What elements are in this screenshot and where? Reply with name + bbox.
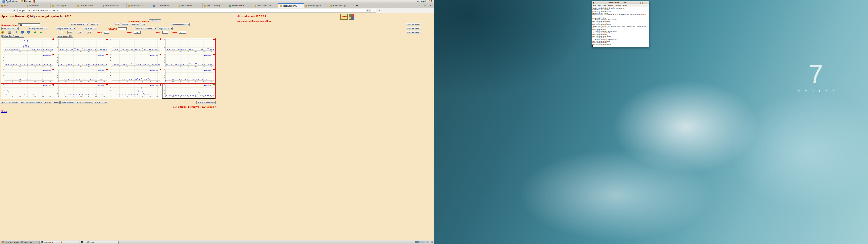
tab-discriminator-s[interactable]: Discriminator s...	[177, 3, 203, 8]
workspace-3[interactable]	[422, 241, 426, 243]
window-maximize-button[interactable]: □	[422, 3, 428, 8]
cube-icon[interactable]	[8, 31, 11, 34]
tab-waveform-capt[interactable]: Waveform capt...	[127, 3, 152, 8]
tab-fadc-align-c[interactable]: FADC Align & C...	[51, 3, 76, 8]
spectrum-cell-aida12-stat[interactable]: 5101520020406080100120aida12 Stat	[162, 68, 215, 83]
spectrum-cell-aida14-stat[interactable]: 5101520020406080100120aida14 Stat	[55, 84, 108, 98]
terminal-menu-edit[interactable]: Edit	[598, 4, 600, 6]
workspace-2[interactable]	[418, 241, 422, 243]
terminal-menu-view[interactable]: View	[602, 4, 606, 6]
update-button[interactable]: Update	[121, 23, 129, 26]
galleries-select[interactable]: Number of Galleries▾	[135, 27, 157, 30]
spectrum-name-input[interactable]	[18, 24, 40, 26]
url-bar[interactable]: localhost:8015/Spectrum/Spectrum.tml 80%…	[18, 9, 376, 13]
home-link[interactable]: Home	[1, 110, 7, 113]
show-button[interactable]: Show	[114, 23, 121, 26]
terminal-menu-help[interactable]: Help	[623, 4, 627, 6]
new-tab-button[interactable]: +	[354, 3, 360, 8]
all-button[interactable]: all	[78, 31, 82, 34]
tab-lost-activity-mo[interactable]: Lost activity mo...	[101, 3, 127, 8]
show-log-window-button[interactable]: Show Log Window	[76, 101, 93, 104]
multi-select[interactable]: multi▾	[90, 23, 99, 26]
terminal-menu-file[interactable]: File	[593, 4, 596, 6]
bookmark-star-icon[interactable]: ☆	[373, 9, 375, 12]
panel-clock[interactable]: Wed 11:15	[420, 0, 433, 3]
window-close-button[interactable]: ×	[428, 3, 433, 8]
spectrum-cell-aida10-stat[interactable]: 5101520020406080100120aida10 Stat	[55, 68, 108, 83]
window-minimize-button[interactable]: −	[417, 3, 422, 8]
what-are-these-button-1[interactable]: What are these?	[406, 23, 421, 26]
analysis-functions-select[interactable]: Analysis functions▾	[56, 27, 76, 30]
workspace-4[interactable]	[426, 241, 429, 243]
tab-spectrum-brow[interactable]: Spectrum Brow...	[278, 3, 304, 8]
overlay-checkbox[interactable]	[61, 31, 63, 33]
spectrum-cell-aida09-stat[interactable]: 5101520020406080100120aida09 Stat	[1, 68, 55, 83]
xmin-input[interactable]	[103, 31, 110, 34]
send-log-window-to-elog-button[interactable]: Send Log Window to ELog	[20, 101, 43, 104]
spectrum-cell-aida16-stat[interactable]: 5101520020406080100120aida16 Stat	[162, 84, 215, 98]
tab-system-wide-cl[interactable]: System wide Cl...	[228, 3, 253, 8]
app-menu-icon[interactable]: ≡	[383, 9, 387, 12]
update-rate-select[interactable]: Update Rate (8 secs)▾	[1, 35, 24, 37]
places-menu[interactable]: Places	[20, 0, 32, 3]
log-button[interactable]: log	[87, 31, 92, 34]
taskbar-item-3[interactable]: >_npg@carme-gsi:~	[80, 241, 119, 244]
arrange-functions-select[interactable]: Arrange functions▾	[28, 27, 48, 30]
spectrum-cell-aida07-stat[interactable]: 5101520020406080100120aida07 Stat	[108, 53, 162, 68]
auto-update-button[interactable]: Auto Update ON	[57, 35, 73, 37]
terminal-maximize-button[interactable]: □	[643, 2, 645, 4]
how-to-use-button[interactable]: How to use this page	[196, 101, 216, 104]
trash-icon[interactable]	[431, 241, 433, 243]
empty-log-window-button[interactable]: Empty Log Window	[1, 101, 19, 104]
ymax-input[interactable]	[179, 31, 186, 34]
tags-fits-select[interactable]: Tags & Fits▾	[83, 27, 97, 30]
show-variables-button[interactable]: Show Variables	[60, 101, 75, 104]
view-functions-select[interactable]: View functions▾	[1, 27, 19, 30]
shield-icon[interactable]	[19, 10, 21, 11]
update-all-button[interactable]: Update All	[129, 23, 140, 26]
experiment-logo[interactable]	[348, 14, 354, 20]
overflow-menu-icon[interactable]: »	[378, 9, 381, 12]
tab-temperature-an[interactable]: Temperature an...	[253, 3, 278, 8]
spectra-functions-select[interactable]: Spectra functions▾	[170, 23, 190, 26]
url-text[interactable]: localhost:8015/Spectrum/Spectrum.tml	[24, 9, 365, 12]
midas-logo[interactable]: Midas	[340, 14, 348, 20]
acquisition-server-select[interactable]: aida16▾	[149, 20, 161, 22]
reload-button[interactable]: Reload	[44, 101, 52, 104]
zoom-indicator[interactable]: 80%	[366, 9, 371, 12]
arrow-left-icon[interactable]: ◀	[34, 31, 36, 34]
layout-select[interactable]: Layout ID=2▾	[158, 27, 173, 30]
tab-run-control[interactable]: Run Control @ ...	[329, 3, 354, 8]
spectrum-cell-aida08-stat[interactable]: 5101520020406080100120aida08 Stat	[162, 53, 215, 68]
taskbar-item-2[interactable]: >_AIDA MIDAS HTTPd	[40, 241, 79, 244]
firefox-launcher-icon[interactable]	[33, 0, 35, 3]
spectrum-cell-aida04-stat[interactable]: 5101520020406080100120aida04 Stat	[162, 38, 215, 53]
taskbar-item-1[interactable]: Spectrum Browser @ carme-gsi-...	[1, 241, 39, 244]
channel-input[interactable]	[118, 27, 127, 30]
spectrum-cell-aida06-stat[interactable]: 5101520020406080100120aida06 Stat	[55, 53, 108, 68]
spectrum-cell-aida15-stat[interactable]: 5101520020406080100120aida15 Stat	[108, 84, 162, 98]
forward-button[interactable]: →	[7, 9, 11, 12]
workspace-1[interactable]	[415, 241, 418, 243]
new-button[interactable]: new	[67, 31, 73, 34]
terminal-body[interactable]: loading tcl/AIDARunControl.tcl for names…	[592, 7, 649, 47]
reset-button[interactable]: Reset	[53, 101, 60, 104]
tab-asic-control[interactable]: ASIC Control @ ...	[203, 3, 228, 8]
spectrum-cell-aida11-stat[interactable]: 5101520020406080100120aida11 Stat	[108, 68, 162, 83]
tab-led-and-wavef[interactable]: LED and Wavef...	[76, 3, 101, 8]
spectrum-cell-aida01-stat[interactable]: 5101520020406080100120aida01 Stat	[1, 38, 55, 53]
info-icon[interactable]: i	[21, 31, 24, 34]
enable-logging-button[interactable]: Enable Logging	[94, 101, 108, 104]
panel-status-icon[interactable]	[417, 1, 419, 2]
radiation-icon[interactable]: ☢	[1, 31, 4, 34]
arrow-right-icon[interactable]: ▶	[40, 31, 41, 34]
applications-menu[interactable]: Applications	[1, 0, 19, 3]
ymin-input[interactable]	[162, 31, 168, 34]
spectrum-cell-aida03-stat[interactable]: 5101520020406080100120aida03 Stat	[108, 38, 162, 53]
terminal-title-bar[interactable]: AIDA MIDAS HTTPd − □ ×	[592, 1, 649, 4]
spectrum-cell-aida13-stat[interactable]: 5101520020406080100120aida13 Stat	[1, 84, 55, 98]
spectrum-cell-aida05-stat[interactable]: 5101520020406080100120aida05 Stat	[1, 53, 55, 68]
magnifier-icon[interactable]	[14, 31, 18, 34]
back-button[interactable]: ←	[2, 9, 5, 12]
what-are-these-button-2[interactable]: What are these?	[406, 27, 421, 30]
